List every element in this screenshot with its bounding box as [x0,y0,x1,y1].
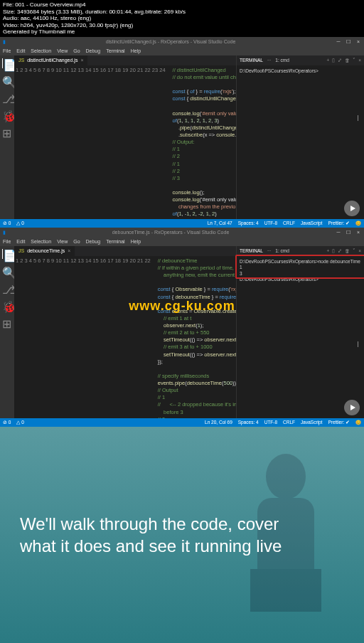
extensions-icon[interactable]: ⊞ [2,317,12,327]
trash-icon[interactable]: 🗑 [345,248,350,254]
editor-tabs: JS debounceTime.js × [14,246,236,256]
terminal-body[interactable]: D:\DevRoot\PSCourses\RxOperators> [237,65,364,219]
menu-file[interactable]: File [3,239,11,244]
extensions-icon[interactable]: ⊞ [2,127,12,137]
menu-debug[interactable]: Debug [86,239,101,244]
terminal-select[interactable]: 1: cmd [275,248,289,253]
status-prettier[interactable]: Prettier: ✔ [328,420,350,425]
terminal-select[interactable]: 1: cmd [275,58,289,63]
explorer-icon[interactable]: 📄 [2,249,12,259]
status-feedback-icon[interactable]: 😊 [355,220,361,226]
status-eol[interactable]: CRLF [283,420,295,425]
statusbar: ⊘ 0 △ 0 Ln 20, Col 69 Spaces: 4 UTF-8 CR… [0,418,364,427]
window-title: debounceTime.js - RxOperators - Visual S… [6,230,336,235]
titlebar[interactable]: ▮ distinctUntilChanged.js - RxOperators … [0,37,364,47]
meta-line: Audio: aac, 44100 Hz, stereo (eng) [3,15,361,22]
close-icon[interactable]: × [68,248,70,253]
terminal-tab-label[interactable]: TERMINAL [240,58,263,63]
plus-icon[interactable]: + [326,58,329,63]
plus-icon[interactable]: + [326,248,329,254]
code-editor[interactable]: 1 2 3 4 5 6 7 8 9 10 11 12 13 14 15 16 1… [14,65,236,219]
menu-terminal[interactable]: Terminal [106,239,124,244]
vscode-window-1: ▮ distinctUntilChanged.js - RxOperators … [0,37,364,228]
chevron-down-icon[interactable]: ˅ [353,58,355,63]
tab-label: distinctUntilChanged.js [27,58,77,63]
status-cursor-pos[interactable]: Ln 7, Col 47 [208,220,232,226]
status-warnings[interactable]: △ 0 [16,420,23,425]
status-language[interactable]: JavaScript [301,220,322,226]
vscode-window-2: www.cg-ku.com ▮ debounceTime.js - RxOper… [0,228,364,427]
split-icon[interactable]: ▯ [332,248,335,254]
menu-go[interactable]: Go [73,48,80,53]
menu-help[interactable]: Help [131,48,141,53]
status-warnings[interactable]: △ 0 [16,220,23,226]
maximize-icon[interactable]: ⤢ [338,58,342,63]
menu-view[interactable]: View [57,239,68,244]
more-icon[interactable]: ··· [267,248,271,253]
menu-terminal[interactable]: Terminal [106,48,124,53]
status-errors[interactable]: ⊘ 0 [3,420,11,425]
menu-go[interactable]: Go [73,239,80,244]
minimize-icon[interactable]: ─ [336,39,341,45]
close-icon[interactable]: × [355,230,361,235]
chevron-down-icon[interactable]: ˅ [353,248,355,254]
close-icon[interactable]: × [358,248,361,254]
code-lines[interactable]: // distinctUntilChanged // do not emit v… [170,65,236,219]
menu-view[interactable]: View [57,48,68,53]
play-button[interactable] [344,201,360,216]
close-icon[interactable]: × [355,39,361,45]
tab-file[interactable]: JS distinctUntilChanged.js × [14,55,87,65]
terminal-body[interactable]: D:\DevRoot\PSCourses\RxOperators>node de… [237,256,364,418]
titlebar[interactable]: ▮ debounceTime.js - RxOperators - Visual… [0,228,364,238]
debug-icon[interactable]: 🐞 [2,110,12,119]
maximize-icon[interactable]: ⤢ [338,248,342,254]
highlight-box [235,255,364,279]
status-errors[interactable]: ⊘ 0 [3,220,11,226]
scm-icon[interactable]: ⎇ [2,92,12,102]
editor-pane: JS debounceTime.js × 1 2 3 4 5 6 7 8 9 1… [14,246,236,418]
status-eol[interactable]: CRLF [283,220,295,226]
menubar: File Edit Selection View Go Debug Termin… [0,238,364,246]
debug-icon[interactable]: 🐞 [2,300,12,310]
activitybar: 📄 🔍 ⎇ 🐞 ⊞ [0,55,14,219]
status-indent[interactable]: Spaces: 4 [238,420,259,425]
menu-help[interactable]: Help [131,239,141,244]
menu-selection[interactable]: Selection [31,239,51,244]
status-feedback-icon[interactable]: 😊 [355,420,361,425]
terminal-tab-label[interactable]: TERMINAL [240,248,263,253]
status-prettier[interactable]: Prettier: ✔ [328,220,350,226]
status-cursor-pos[interactable]: Ln 20, Col 69 [205,420,232,425]
status-indent[interactable]: Spaces: 4 [238,220,259,226]
tab-file[interactable]: JS debounceTime.js × [14,246,75,256]
explorer-icon[interactable]: 📄 [2,58,12,68]
code-editor[interactable]: 1 2 3 4 5 6 7 8 9 10 11 12 13 14 15 16 1… [14,256,236,418]
terminal-pane: TERMINAL ··· 1: cmd + ▯ ⤢ 🗑 ˅ × D:\DevRo… [236,246,364,418]
line-gutter: 1 2 3 4 5 6 7 8 9 10 11 12 13 14 15 16 1… [14,65,170,219]
close-icon[interactable]: × [80,58,83,63]
text-cursor-icon [358,115,358,121]
more-icon[interactable]: ··· [267,58,271,63]
svg-rect-2 [250,569,321,612]
menu-edit[interactable]: Edit [16,239,25,244]
maximize-icon[interactable]: ☐ [346,230,351,235]
menu-file[interactable]: File [3,48,11,53]
meta-line: Size: 3493684 bytes (3.33 MiB), duration… [3,9,361,16]
maximize-icon[interactable]: ☐ [346,39,351,45]
play-button[interactable] [344,400,360,415]
tab-label: debounceTime.js [27,248,65,253]
menu-debug[interactable]: Debug [86,48,101,53]
menu-edit[interactable]: Edit [16,48,25,53]
status-encoding[interactable]: UTF-8 [264,220,277,226]
search-icon[interactable]: 🔍 [2,75,12,85]
trash-icon[interactable]: 🗑 [345,58,350,63]
split-icon[interactable]: ▯ [332,58,335,63]
menu-selection[interactable]: Selection [31,48,51,53]
scm-icon[interactable]: ⎇ [2,283,12,293]
status-language[interactable]: JavaScript [301,420,322,425]
code-lines[interactable]: // debounceTime // if within a given per… [155,256,236,418]
close-icon[interactable]: × [358,58,361,63]
svg-point-0 [266,454,306,499]
status-encoding[interactable]: UTF-8 [264,420,277,425]
search-icon[interactable]: 🔍 [2,266,12,276]
minimize-icon[interactable]: ─ [336,230,341,235]
